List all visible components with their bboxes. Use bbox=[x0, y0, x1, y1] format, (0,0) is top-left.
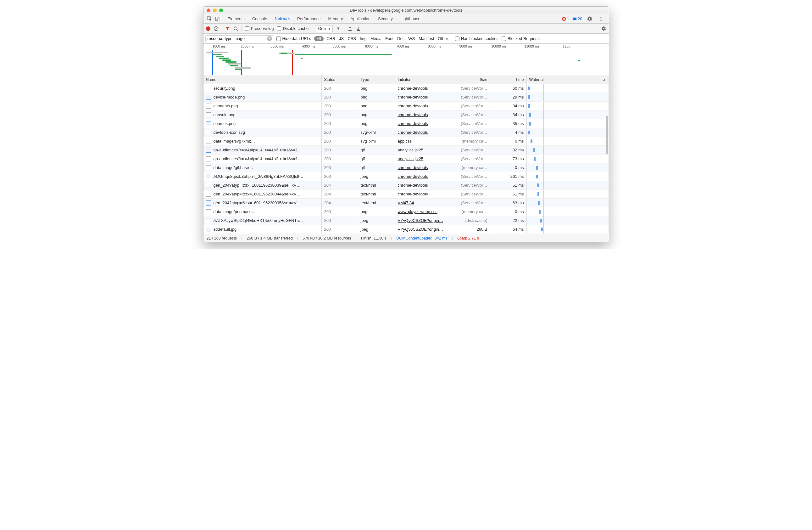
table-row[interactable]: ADGmqu8qexLZuhphT_0Aj88Ng8riLFKASQlsIt…2… bbox=[203, 172, 609, 181]
table-row[interactable]: ga-audiences?t=sr&aip=1&_r=4&slf_rd=1&v=… bbox=[203, 146, 609, 155]
table-row[interactable]: device-mode.png200pngchrome-devtools(Ser… bbox=[203, 93, 609, 102]
table-row[interactable]: gen_204?atyp=i&zx=1601196230039&sei=xV…2… bbox=[203, 181, 609, 190]
search-icon[interactable] bbox=[233, 26, 238, 31]
filter-input[interactable] bbox=[205, 35, 273, 42]
tab-lighthouse[interactable]: Lighthouse bbox=[396, 14, 424, 23]
preserve-log-checkbox[interactable]: Preserve log bbox=[245, 26, 274, 31]
disable-cache-checkbox[interactable]: Disable cache bbox=[277, 26, 308, 31]
column-initiator[interactable]: Initiator bbox=[395, 75, 455, 84]
table-row[interactable]: console.png200pngchrome-devtools(Service… bbox=[203, 110, 609, 119]
request-initiator[interactable]: chrome-devtools bbox=[398, 192, 428, 196]
request-initiator[interactable]: www-player-webp.css bbox=[398, 209, 437, 214]
svg-rect-2 bbox=[217, 18, 220, 21]
throttling-select[interactable]: Online bbox=[315, 25, 333, 32]
table-row[interactable]: security.png200pngchrome-devtools(Servic… bbox=[203, 84, 609, 93]
request-initiator[interactable]: analytics.js:25 bbox=[398, 156, 424, 161]
minimize-button[interactable] bbox=[213, 9, 217, 12]
chevron-down-icon[interactable]: ▼ bbox=[336, 26, 341, 31]
column-type[interactable]: Type bbox=[358, 75, 395, 84]
table-row[interactable]: data:image/gif;base…200gifchrome-devtool… bbox=[203, 163, 609, 172]
tab-memory[interactable]: Memory bbox=[324, 14, 347, 23]
record-button[interactable] bbox=[206, 26, 211, 31]
request-initiator[interactable]: chrome-devtools bbox=[398, 86, 428, 90]
filter-type-manifest[interactable]: Manifest bbox=[419, 36, 434, 41]
errors-badge[interactable]: 1 bbox=[562, 16, 569, 21]
request-initiator[interactable]: chrome-devtools bbox=[398, 174, 428, 179]
filter-type-js[interactable]: JS bbox=[339, 36, 344, 41]
has-blocked-cookies-checkbox[interactable]: Has blocked cookies bbox=[455, 36, 498, 41]
table-row[interactable]: sources.png200pngchrome-devtools(Service… bbox=[203, 119, 609, 128]
table-row[interactable]: sddefault.jpg200jpegVYyQv0CSZOE?origin…2… bbox=[203, 225, 609, 234]
clear-filter-icon[interactable]: ✕ bbox=[267, 36, 272, 41]
table-row[interactable]: devtools-icon.svg200svg+xmlchrome-devtoo… bbox=[203, 128, 609, 137]
request-type: text/html bbox=[358, 181, 395, 190]
settings-gear-icon[interactable] bbox=[601, 26, 606, 31]
filter-type-media[interactable]: Media bbox=[371, 36, 381, 41]
request-initiator[interactable]: chrome-devtools bbox=[398, 183, 428, 187]
request-status: 200 bbox=[322, 102, 358, 110]
messages-count: 20 bbox=[578, 16, 582, 21]
clear-icon[interactable] bbox=[214, 26, 219, 31]
svg-line-11 bbox=[237, 30, 238, 31]
filter-type-xhr[interactable]: XHR bbox=[327, 36, 335, 41]
request-initiator[interactable]: VYyQv0CSZOE?origin… bbox=[398, 218, 444, 223]
filter-type-css[interactable]: CSS bbox=[348, 36, 356, 41]
request-time: 0 ms bbox=[490, 207, 527, 216]
messages-badge[interactable]: 20 bbox=[572, 16, 582, 21]
scrollbar-thumb[interactable] bbox=[606, 116, 608, 154]
request-initiator[interactable]: chrome-devtools bbox=[398, 103, 428, 108]
waterfall-load-line bbox=[543, 216, 543, 225]
more-icon[interactable] bbox=[597, 15, 605, 23]
column-size[interactable]: Size bbox=[455, 75, 490, 84]
tab-elements[interactable]: Elements bbox=[224, 14, 248, 23]
request-initiator[interactable]: chrome-devtools bbox=[398, 121, 428, 126]
filter-type-ws[interactable]: WS bbox=[408, 36, 415, 41]
waterfall-segment bbox=[529, 122, 531, 126]
filter-type-doc[interactable]: Doc bbox=[397, 36, 404, 41]
timeline-overview[interactable]: 1000 ms2000 ms3000 ms4000 ms5000 ms6000 … bbox=[203, 44, 609, 75]
blocked-requests-checkbox[interactable]: Blocked Requests bbox=[502, 36, 541, 41]
request-initiator[interactable]: chrome-devtools bbox=[398, 112, 428, 117]
tab-console[interactable]: Console bbox=[248, 14, 271, 23]
request-initiator[interactable]: analytics.js:25 bbox=[398, 148, 424, 152]
tab-network[interactable]: Network bbox=[271, 14, 293, 23]
table-row[interactable]: ga-audiences?t=sr&aip=1&_r=4&slf_rd=1&v=… bbox=[203, 155, 609, 163]
filter-type-img[interactable]: Img bbox=[360, 36, 367, 41]
upload-icon[interactable] bbox=[348, 26, 352, 31]
waterfall-load-line bbox=[543, 102, 543, 110]
request-initiator[interactable]: chrome-devtools bbox=[398, 165, 428, 170]
filter-icon[interactable] bbox=[225, 26, 230, 31]
tab-application[interactable]: Application bbox=[347, 14, 374, 23]
request-size: (ServiceWor… bbox=[455, 155, 490, 163]
request-initiator[interactable]: VYyQv0CSZOE?origin… bbox=[398, 227, 444, 232]
column-waterfall[interactable]: Waterfall ▲ bbox=[527, 75, 609, 84]
table-row[interactable]: data:image/png;base…200pngwww-player-web… bbox=[203, 207, 609, 216]
table-row[interactable]: data:image/svg+xml;…200svg+xmlapp.css(me… bbox=[203, 137, 609, 146]
filter-type-all[interactable]: All bbox=[314, 36, 323, 41]
request-type: text/html bbox=[358, 190, 395, 198]
download-icon[interactable] bbox=[356, 26, 361, 31]
filter-type-other[interactable]: Other bbox=[438, 36, 448, 41]
hide-data-urls-checkbox[interactable]: Hide data URLs bbox=[276, 36, 311, 41]
request-initiator[interactable]: app.css bbox=[398, 139, 412, 143]
inspect-icon[interactable] bbox=[205, 15, 214, 23]
column-time[interactable]: Time bbox=[490, 75, 527, 84]
close-button[interactable] bbox=[207, 9, 211, 12]
request-initiator[interactable]: chrome-devtools bbox=[398, 130, 428, 135]
timeline-tick: 7000 ms bbox=[396, 44, 409, 48]
request-time: 0 ms bbox=[490, 163, 527, 172]
table-row[interactable]: elements.png200pngchrome-devtools(Servic… bbox=[203, 102, 609, 110]
tab-security[interactable]: Security bbox=[374, 14, 396, 23]
table-row[interactable]: AATXAJywSIpD1jf4EbqHXTfbe0mnyHqGFNTu…200… bbox=[203, 216, 609, 225]
device-mode-icon[interactable] bbox=[214, 15, 222, 23]
request-initiator[interactable]: chrome-devtools bbox=[398, 95, 428, 99]
filter-type-font[interactable]: Font bbox=[385, 36, 393, 41]
table-row[interactable]: gen_204?atyp=i&zx=1601196230044&sei=xV…2… bbox=[203, 190, 609, 199]
maximize-button[interactable] bbox=[219, 9, 223, 12]
settings-icon[interactable] bbox=[585, 15, 594, 23]
column-status[interactable]: Status bbox=[322, 75, 358, 84]
tab-performance[interactable]: Performance bbox=[293, 14, 324, 23]
request-initiator[interactable]: VM47:84 bbox=[398, 200, 414, 205]
column-name[interactable]: Name bbox=[203, 75, 322, 84]
table-row[interactable]: gen_204?atyp=i&zx=1601196230095&sei=xV…2… bbox=[203, 199, 609, 207]
